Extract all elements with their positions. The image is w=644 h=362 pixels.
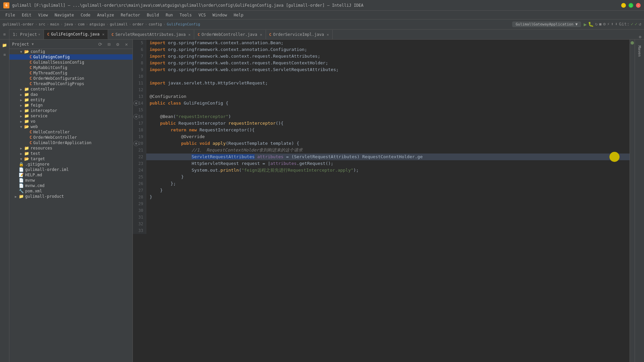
code-line-25: 25 } [133,174,630,180]
folder-icon-entity: 📁 [24,98,29,102]
sidebar-collapse-btn[interactable]: ⊟ [106,41,112,48]
tree-item-mvnwcmd[interactable]: 📄 mvnw.cmd [9,183,132,188]
git-check2[interactable]: ✓ [635,21,637,27]
tree-item-test[interactable]: ▶ 📁 test [9,151,132,156]
panel-icon-2[interactable]: ≡ [1,51,9,59]
code-area[interactable]: 5 import org.springframework.context.ann… [133,40,630,362]
nav-item-atguigu[interactable]: atguigu [90,22,105,26]
tab-OrderWebController[interactable]: C OrderWebController.java ✕ [194,30,266,39]
nav-item-java[interactable]: java [64,22,73,26]
debug-button[interactable]: 🐛 [588,21,594,27]
maven-panel-icon[interactable]: Maven [637,41,642,61]
tree-item-MyRabbitConfig[interactable]: C MyRabbitConfig [9,65,132,70]
maximize-button[interactable]: □ [629,3,633,8]
tree-item-GuliFeignConfig[interactable]: C GuliFeignConfig [9,54,132,60]
code-line-30: 30 [133,207,630,214]
tree-item-feign[interactable]: ▶ 📁 feign [9,103,132,108]
code-line-19: 19 @Override [133,133,630,140]
tree-item-gulimall-product[interactable]: ▶ 📁 gulimall-product [9,194,132,199]
run-config-selector[interactable]: GulimallGatewayApplication ▼ [512,21,581,27]
right-validation-bar [630,40,635,362]
toolbar-icon-3[interactable]: ⚙ [603,21,606,27]
code-line-28: 28 } [133,194,630,200]
tree-item-HelloController[interactable]: C HelloController [9,129,132,135]
tab-GuliFeignConfig[interactable]: C GuliFeignConfig.java ✕ [44,30,108,39]
tree-item-help[interactable]: 📝 HELP.md [9,172,132,178]
tree-item-GulimallOrderApplication[interactable]: C GulimallOrderApplication [9,140,132,145]
tab-OrderServiceImpl[interactable]: C OrderServiceImpl.java ✕ [266,30,333,39]
tree-item-web[interactable]: ▼ 📂 web [9,124,132,129]
tree-item-GulimallSessionConfig[interactable]: C GulimallSessionConfig [9,60,132,65]
run-button[interactable]: ▶ [584,21,587,27]
panel-icon-1[interactable]: 📁 [1,41,9,49]
nav-item-main[interactable]: main [50,22,59,26]
menu-vcs[interactable]: VCS [196,12,209,18]
java-icon-6: C [30,81,32,86]
tree-item-config[interactable]: ▼ 📂 config [9,49,132,54]
tree-item-OrderWebController[interactable]: C OrderWebController [9,135,132,140]
tab-ServletRequestAttributes[interactable]: C ServletRequestAttributes.java ✕ [108,30,194,39]
tree-item-OrderWebConfiguration[interactable]: C OrderWebConfiguration [9,76,132,81]
menu-build[interactable]: Build [144,12,162,18]
tree-item-interceptor[interactable]: ▶ 📁 interceptor [9,108,132,113]
code-line-12: 12 [133,86,630,93]
tree-item-gitignore[interactable]: 🔒 .gitignore [9,162,132,167]
tab-close-3[interactable]: ✕ [260,33,262,37]
nav-item-project[interactable]: gulimall-order [3,22,34,26]
toolbar-icon-4[interactable]: ⚡ [607,21,610,27]
nav-bar: gulimall-order › src › main › java › com… [0,19,644,29]
code-line-9: 9 import org.springframework.web.context… [133,66,630,73]
tree-item-iml[interactable]: 📄 gulimall-order.iml [9,167,132,172]
tree-item-controller[interactable]: ▶ 📁 controller [9,86,132,92]
menu-run[interactable]: Run [163,12,176,18]
tab-close-1[interactable]: ✕ [102,32,105,37]
code-line-31: 31 [133,214,630,221]
menu-view[interactable]: View [36,12,51,18]
toolbar-icon-6[interactable]: ⬇ [615,21,618,27]
tree-item-vo[interactable]: ▶ 📁 vo [9,119,132,124]
tab-close-2[interactable]: ✕ [189,33,191,37]
menu-file[interactable]: File [3,12,18,18]
git-icon[interactable]: Git: [619,21,629,27]
nav-item-order[interactable]: order [132,22,144,26]
toolbar-icon-5[interactable]: ⬆ [611,21,614,27]
menu-analyze[interactable]: Analyze [94,12,117,18]
sidebar-settings-btn[interactable]: ⚙ [114,41,121,48]
tree-item-target[interactable]: ▼ 📂 target [9,156,132,162]
line-14-marker: ● [133,101,139,106]
tree-item-service[interactable]: ▶ 📁 service [9,113,132,119]
tab-left-panel[interactable]: ⊞ [0,29,9,39]
java-icon-3: C [30,65,32,70]
nav-item-config[interactable]: config [149,22,162,26]
tab-close-4[interactable]: ✕ [327,33,329,37]
tree-item-pom[interactable]: 🔧 pom.xml [9,188,132,194]
toolbar-icon-1[interactable]: ↻ [595,21,598,27]
tab-settings-icon[interactable]: ⚙ [639,35,641,39]
sidebar-sync-btn[interactable]: ⟳ [97,41,104,48]
toolbar-icon-2[interactable]: ◼ [599,21,602,27]
code-line-33: 33 [133,227,630,234]
tree-item-mvnw[interactable]: 📄 mvnw [9,178,132,183]
menu-window[interactable]: Window [210,12,229,18]
tree-item-resources[interactable]: ▶ 📁 resources [9,145,132,151]
nav-item-file[interactable]: GuliFeignConfig [167,22,200,26]
menu-navigate[interactable]: Navigate [52,12,77,18]
menu-edit[interactable]: Edit [19,12,34,18]
tree-item-entity[interactable]: ▶ 📁 entity [9,97,132,103]
menu-help[interactable]: Help [231,12,246,18]
menu-tools[interactable]: Tools [177,12,195,18]
git-refresh[interactable]: ↺ [639,21,641,27]
git-check[interactable]: ✓ [631,21,634,27]
menu-refactor[interactable]: Refactor [118,12,143,18]
project-label[interactable]: 1: Project ▼ [9,30,44,39]
tree-item-ThreadPoolConfigProps[interactable]: C ThreadPoolConfigProps [9,81,132,86]
menu-code[interactable]: Code [78,12,93,18]
nav-item-com[interactable]: com [78,22,85,26]
minimize-button[interactable]: ─ [621,3,626,8]
tree-item-dao[interactable]: ▶ 📁 dao [9,92,132,97]
close-button[interactable]: ✕ [636,3,641,8]
nav-item-src[interactable]: src [39,22,45,26]
tree-item-MyThreadConfig[interactable]: C MyThreadConfig [9,70,132,76]
sidebar-close-btn[interactable]: ✕ [123,41,130,48]
nav-item-gulimall[interactable]: gulimall [110,22,128,26]
